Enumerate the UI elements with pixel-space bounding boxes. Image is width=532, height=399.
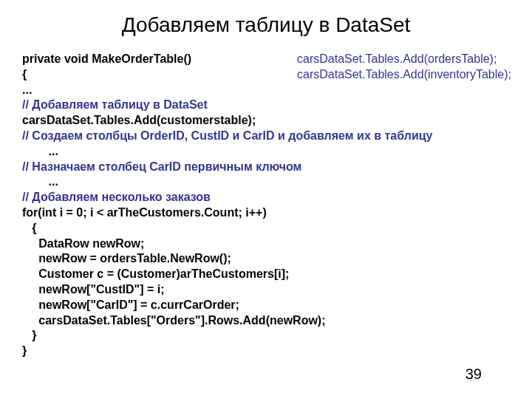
side-line: carsDataSet.Tables.Add(inventoryTable); [297, 67, 519, 83]
page-number: 39 [466, 366, 482, 383]
code-line: carsDataSet.Tables["Orders"].Rows.Add(ne… [22, 313, 495, 329]
code-line: ... [22, 174, 495, 190]
code-line: ... [22, 83, 495, 98]
code-comment: // Добавляем таблицу в DataSet [22, 98, 495, 113]
code-line: Customer c = (Customer)arTheCustomers[i]… [22, 267, 495, 282]
code-line: { [22, 221, 495, 236]
code-line: DataRow newRow; [22, 236, 495, 252]
code-comment: // Создаем столбцы OrderID, CustID и Car… [22, 129, 495, 144]
code-line: newRow = ordersTable.NewRow(); [22, 251, 495, 267]
side-line: carsDataSet.Tables.Add(ordersTable); [297, 52, 519, 67]
code-block: private void MakeOrderTable() { ... // Д… [22, 52, 495, 359]
side-code: carsDataSet.Tables.Add(ordersTable); car… [297, 52, 519, 83]
slide-title: Добавляем таблицу в DataSet [0, 0, 532, 44]
code-line: } [22, 328, 495, 344]
code-line: carsDataSet.Tables.Add(customerstable); [22, 113, 495, 129]
code-comment: // Добавляем несколько заказов [22, 190, 495, 205]
code-line: for(int i = 0; i < arTheCustomers.Count;… [22, 205, 495, 221]
code-line: ... [22, 144, 495, 160]
code-line: newRow["CustID"] = i; [22, 282, 495, 298]
code-line: } [22, 344, 495, 359]
code-comment: // Назначаем столбец CarID первичным клю… [22, 160, 495, 175]
code-line: newRow["CarID"] = c.currCarOrder; [22, 298, 495, 313]
slide: Добавляем таблицу в DataSet private void… [0, 0, 532, 399]
